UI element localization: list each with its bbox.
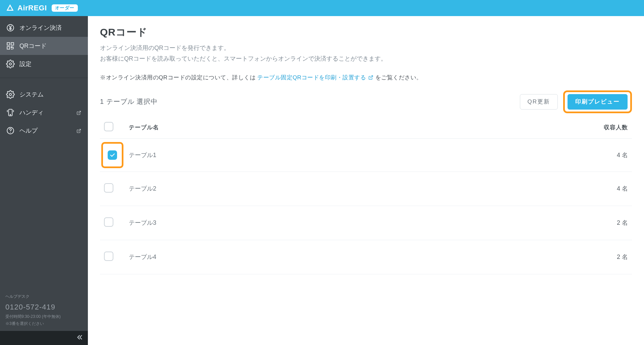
app-header: AirREGI オーダー	[0, 0, 644, 16]
gear-icon	[6, 60, 15, 68]
print-preview-highlight: 印刷プレビュー	[563, 90, 632, 113]
external-link-icon	[368, 75, 373, 82]
row-capacity: 2 名	[585, 206, 632, 240]
row-table-name: テーブル4	[125, 240, 585, 274]
sidebar-item-label: ヘルプ	[19, 127, 38, 135]
svg-rect-1	[7, 43, 10, 45]
sidebar-item-handy[interactable]: ハンディ	[0, 104, 88, 122]
chevron-double-left-icon	[76, 334, 83, 343]
table-row: テーブル42 名	[100, 240, 632, 274]
gear-icon	[6, 90, 15, 99]
helpdesk-title: ヘルプデスク	[5, 293, 83, 300]
sidebar-item-label: オンライン決済	[19, 24, 62, 32]
svg-rect-2	[11, 43, 14, 45]
table-toolbar: 1 テーブル 選択中 QR更新 印刷プレビュー	[100, 90, 632, 113]
table-row: テーブル14 名	[100, 138, 632, 171]
external-link-icon	[76, 110, 82, 115]
sidebar-item-system[interactable]: システム	[0, 85, 88, 104]
sidebar-item-qr-code[interactable]: QRコード	[0, 37, 88, 55]
device-icon	[6, 108, 15, 117]
sidebar-item-settings[interactable]: 設定	[0, 55, 88, 73]
helpdesk-phone: 0120-572-419	[5, 301, 83, 313]
logo-mark-icon	[5, 3, 15, 13]
row-checkbox-highlight	[101, 142, 123, 168]
select-all-cell	[100, 117, 125, 139]
sidebar-item-label: システム	[19, 90, 44, 98]
col-header-name: テーブル名	[125, 117, 585, 139]
row-checkbox[interactable]	[104, 183, 113, 193]
row-table-name: テーブル2	[125, 171, 585, 206]
brand-logo: AirREGI オーダー	[5, 3, 78, 13]
main-content: QRコード オンライン決済用のQRコードを発行できます。 お客様にQRコードを読…	[88, 16, 644, 345]
sidebar-collapse-button[interactable]	[0, 331, 88, 345]
yen-orb-icon	[6, 23, 15, 32]
selection-count: 1 テーブル 選択中	[100, 97, 158, 106]
row-checkbox[interactable]	[104, 252, 113, 261]
page-description: オンライン決済用のQRコードを発行できます。 お客様にQRコードを読み取っていた…	[100, 43, 632, 64]
helpdesk-note: ※3番を選択ください	[5, 320, 83, 327]
row-checkbox[interactable]	[108, 150, 117, 160]
col-header-capacity: 収容人数	[585, 117, 632, 139]
row-table-name: テーブル3	[125, 206, 585, 240]
qr-setup-help-link[interactable]: テーブル固定QRコードを印刷・設置する	[257, 74, 375, 81]
select-all-checkbox[interactable]	[104, 122, 113, 131]
svg-rect-3	[7, 47, 10, 49]
sidebar: オンライン決済QRコード設定 システムハンディヘルプ ヘルプデスク 0120-5…	[0, 16, 88, 345]
page-title: QRコード	[100, 25, 632, 39]
sidebar-item-label: 設定	[19, 60, 32, 68]
svg-point-7	[10, 114, 11, 115]
info-note: ※オンライン決済用のQRコードの設定について、詳しくは テーブル固定QRコードを…	[100, 74, 632, 82]
external-link-icon	[76, 128, 82, 133]
row-checkbox[interactable]	[104, 217, 113, 227]
table-row: テーブル32 名	[100, 206, 632, 240]
sidebar-item-label: QRコード	[19, 42, 47, 50]
sidebar-item-label: ハンディ	[19, 109, 44, 117]
row-capacity: 4 名	[585, 138, 632, 171]
sidebar-item-help[interactable]: ヘルプ	[0, 122, 88, 140]
row-capacity: 2 名	[585, 240, 632, 274]
brand-name: AirREGI	[17, 4, 47, 12]
help-icon	[6, 126, 15, 135]
helpdesk-hours: 受付時間9:30-23:00 (年中無休)	[5, 313, 83, 320]
svg-point-5	[9, 93, 12, 96]
table-row: テーブル24 名	[100, 171, 632, 206]
sidebar-separator	[0, 78, 88, 78]
svg-point-4	[9, 63, 12, 65]
tables-table: テーブル名 収容人数 テーブル14 名テーブル24 名テーブル32 名テーブル4…	[100, 117, 632, 274]
sidebar-item-online-payment[interactable]: オンライン決済	[0, 19, 88, 37]
row-table-name: テーブル1	[125, 138, 585, 171]
row-capacity: 4 名	[585, 171, 632, 206]
print-preview-button[interactable]: 印刷プレビュー	[568, 94, 628, 110]
qr-icon	[6, 42, 15, 50]
order-badge: オーダー	[52, 4, 78, 12]
qr-refresh-button[interactable]: QR更新	[520, 94, 558, 110]
helpdesk-block: ヘルプデスク 0120-572-419 受付時間9:30-23:00 (年中無休…	[0, 288, 88, 331]
